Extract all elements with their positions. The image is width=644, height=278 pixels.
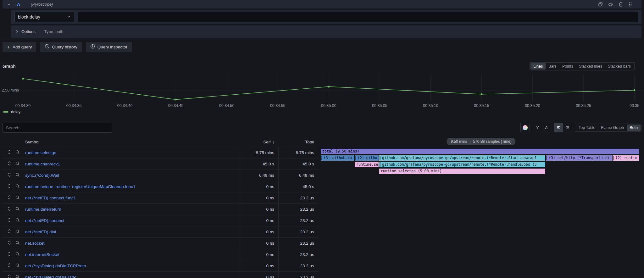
search-input[interactable]	[3, 123, 112, 133]
align-right-button[interactable]	[563, 123, 572, 132]
options-label: Options	[21, 29, 36, 34]
search-symbol-icon[interactable]	[15, 275, 20, 278]
data-point[interactable]	[480, 93, 482, 95]
search-symbol-icon[interactable]	[15, 173, 20, 178]
chevron-down-icon	[67, 14, 71, 19]
symbol-link[interactable]: net.(*sysDialer).doDialTCPProto	[25, 264, 86, 268]
flame-bar[interactable]: runtime.sel	[355, 162, 379, 167]
symbol-link[interactable]: net.(*netFD).connect.func1	[25, 196, 76, 200]
flamegraph-summary-badge: 9.50 mins | 570 Bil samples (Time)	[447, 138, 515, 145]
graph-mode-stacked-bars[interactable]: Stacked bars	[605, 63, 634, 70]
query-expression-input[interactable]	[78, 12, 638, 22]
query-history-button[interactable]: Query history	[40, 42, 81, 52]
x-axis-tick: 00:35:15	[474, 103, 489, 108]
query-row-header[interactable]: A (Pyroscope)	[3, 0, 641, 8]
view-mode-top-table[interactable]: Top Table	[576, 125, 598, 131]
swap-symbol-icon[interactable]	[7, 184, 11, 190]
flame-bar[interactable]: (3) github.co	[321, 155, 354, 161]
trash-icon[interactable]	[619, 2, 623, 7]
symbol-link[interactable]: net.(*sysDialer).doDialTCP	[25, 275, 76, 278]
query-inspector-button[interactable]: Query inspector	[86, 42, 132, 52]
flame-bar[interactable]: github.com/grafana/pyroscope-go/upstream…	[379, 162, 545, 167]
swap-symbol-icon[interactable]	[7, 161, 11, 167]
duplicate-query-icon[interactable]	[598, 2, 603, 7]
align-left-button[interactable]	[554, 123, 563, 132]
collapsed-marker	[355, 156, 356, 160]
swap-symbol-icon[interactable]	[7, 263, 11, 269]
self-value: 0 ns	[240, 215, 279, 226]
symbol-link[interactable]: net.(*netFD).dial	[25, 230, 56, 234]
data-point[interactable]	[175, 99, 177, 101]
x-axis-tick: 00:34:45	[168, 103, 184, 108]
graph-mode-points[interactable]: Points	[559, 63, 576, 70]
total-value: 23.2 µs	[279, 241, 318, 246]
add-query-button[interactable]: + Add query	[3, 42, 36, 52]
view-mode-flame-graph[interactable]: Flame Graph	[598, 125, 627, 131]
symbol-link[interactable]: net.socket	[25, 241, 45, 246]
table-row: runtime.deferreturn0 ns23.2 µs	[3, 204, 318, 215]
search-symbol-icon[interactable]	[15, 195, 20, 201]
data-point[interactable]	[328, 86, 330, 87]
eye-icon[interactable]	[608, 2, 613, 7]
data-point[interactable]	[22, 78, 24, 80]
search-symbol-icon[interactable]	[15, 207, 20, 212]
sort-desc-icon: ↓	[273, 140, 275, 144]
collapse-all-button[interactable]	[533, 123, 542, 132]
color-scheme-button[interactable]	[521, 123, 530, 132]
search-symbol-icon[interactable]	[15, 161, 20, 167]
view-mode-both[interactable]: Both	[627, 125, 641, 131]
symbol-link[interactable]: runtime.chanrecv1	[25, 162, 60, 166]
swap-symbol-icon[interactable]	[7, 229, 11, 235]
graph-mode-bars[interactable]: Bars	[546, 63, 559, 70]
symbol-link[interactable]: runtime.unique_runtime_registerUniqueMap…	[25, 184, 135, 189]
text-align-group	[554, 123, 572, 132]
query-actions: + Add query Query history Query inspecto…	[3, 42, 132, 52]
swap-symbol-icon[interactable]	[7, 274, 11, 278]
swap-symbol-icon[interactable]	[7, 150, 11, 156]
symbol-link[interactable]: net.internetSocket	[25, 252, 59, 257]
swap-symbol-icon[interactable]	[7, 172, 11, 178]
search-symbol-icon[interactable]	[15, 218, 20, 224]
data-point[interactable]	[634, 89, 636, 91]
expand-all-button[interactable]	[542, 123, 551, 132]
chevron-down-icon[interactable]	[7, 3, 11, 6]
swap-symbol-icon[interactable]	[7, 195, 11, 201]
column-header-self[interactable]: Self↓	[240, 140, 279, 144]
search-symbol-icon[interactable]	[15, 252, 20, 258]
self-value: 0 ns	[240, 226, 279, 237]
graph-mode-lines[interactable]: Lines	[530, 63, 546, 70]
badge-separator: |	[469, 139, 470, 144]
view-mode-group: Top TableFlame GraphBoth	[575, 124, 641, 132]
collapsed-marker	[546, 156, 547, 160]
flame-graph: 9.50 mins | 570 Bil samples (Time) total…	[321, 136, 641, 278]
table-body: runtime.selectgo8.75 mins8.75 minsruntim…	[3, 147, 318, 278]
flame-bar[interactable]: github.com/grafana/pyroscope-go/upstream…	[379, 155, 545, 161]
drag-handle-icon[interactable]	[628, 2, 632, 7]
search-symbol-icon[interactable]	[15, 263, 20, 269]
symbol-link[interactable]: runtime.deferreturn	[25, 207, 61, 212]
search-symbol-icon[interactable]	[15, 150, 20, 156]
swap-symbol-icon[interactable]	[7, 252, 11, 258]
search-symbol-icon[interactable]	[15, 184, 20, 190]
query-options-toggle[interactable]: Options Type: both	[11, 25, 641, 38]
flame-bar[interactable]: total (9.50 mins)	[321, 149, 639, 154]
legend-item-delay[interactable]: delay	[3, 110, 20, 114]
collapsed-marker	[380, 162, 380, 167]
swap-symbol-icon[interactable]	[7, 240, 11, 246]
profile-type-select[interactable]: block-delay	[14, 12, 74, 22]
flame-bar[interactable]: runtime.selectgo (5.00 mins)	[379, 169, 545, 174]
total-value: 23.2 µs	[279, 218, 318, 223]
flame-bar[interactable]: (3) net/http.(*Transport).di	[546, 155, 612, 161]
swap-symbol-icon[interactable]	[7, 206, 11, 212]
symbol-link[interactable]: net.(*netFD).connect	[25, 218, 64, 223]
column-header-symbol[interactable]: Symbol	[23, 140, 240, 144]
flame-bar[interactable]: (2) runtim	[613, 155, 639, 161]
symbol-link[interactable]: runtime.selectgo	[25, 150, 56, 155]
search-symbol-icon[interactable]	[15, 229, 20, 235]
symbol-link[interactable]: sync.(*Cond).Wait	[25, 173, 59, 178]
flame-bar[interactable]: (2) githu	[355, 155, 379, 161]
search-symbol-icon[interactable]	[15, 241, 20, 246]
column-header-total[interactable]: Total	[279, 140, 318, 144]
graph-mode-stacked-lines[interactable]: Stacked lines	[576, 63, 605, 70]
swap-symbol-icon[interactable]	[7, 218, 11, 224]
